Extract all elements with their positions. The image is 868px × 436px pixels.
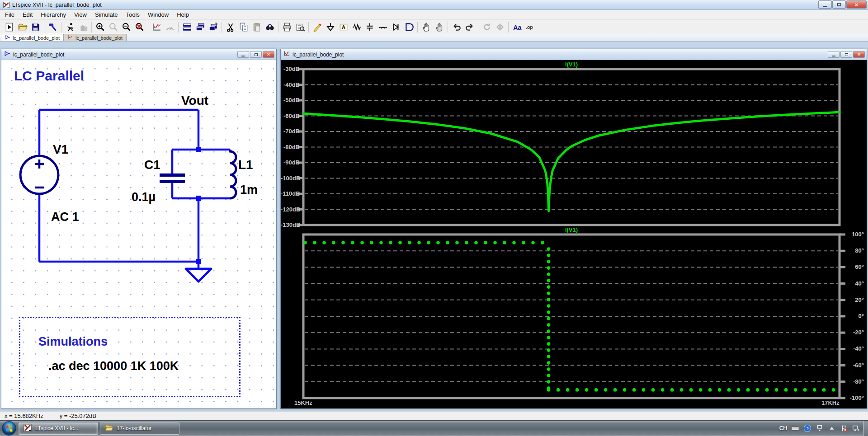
- find-button[interactable]: [263, 21, 276, 33]
- source-value-label: AC 1: [51, 210, 79, 224]
- tray-network-icon[interactable]: [852, 424, 860, 432]
- phase-trace-label[interactable]: I(V1): [526, 226, 617, 233]
- phase-tick--20°: -20°: [844, 329, 864, 336]
- menu-help[interactable]: Help: [173, 10, 193, 19]
- tray-language-indicator[interactable]: CH: [779, 425, 787, 431]
- drag-button[interactable]: [433, 21, 446, 33]
- menu-simulate[interactable]: Simulate: [91, 10, 122, 19]
- svg-text:.op: .op: [526, 25, 533, 30]
- copy-button[interactable]: [237, 21, 250, 33]
- taskbar-button-label: 17-lc-oscillator: [117, 425, 151, 431]
- net-label-button[interactable]: A: [337, 21, 350, 33]
- waveform-icon: [68, 34, 74, 41]
- zoom-full-button[interactable]: [133, 21, 146, 33]
- draw-wire-button[interactable]: [311, 21, 324, 33]
- toolbar-separator: [178, 22, 179, 33]
- mirror-button[interactable]: [493, 21, 506, 33]
- net-label-vout: Vout: [181, 94, 208, 108]
- taskbar-buttons: LTspice XVII - lc...17-lc-oscillator: [19, 422, 181, 435]
- tile-windows-button[interactable]: [180, 21, 193, 33]
- mag-tick--110dB: -110dB: [281, 191, 300, 197]
- menu-file[interactable]: File: [1, 10, 19, 19]
- pan-button[interactable]: [76, 21, 90, 33]
- waveform-minimize-button[interactable]: [828, 51, 840, 58]
- tray-show-hidden-icon[interactable]: [828, 424, 836, 432]
- control-panel-button[interactable]: [46, 21, 59, 33]
- component-button[interactable]: [402, 21, 415, 33]
- capacitor-button[interactable]: [363, 21, 376, 33]
- open-button[interactable]: [16, 21, 29, 33]
- mag-tick--80dB: -80dB: [281, 144, 300, 150]
- tab-label: lc_parallel_bode_plot: [13, 35, 60, 41]
- taskbar-button-folder[interactable]: 17-lc-oscillator: [100, 422, 179, 435]
- magnitude-trace-label[interactable]: I(V1): [526, 61, 617, 68]
- plot-settings-button[interactable]: [150, 21, 163, 33]
- phase-tick--60°: -60°: [844, 362, 864, 369]
- print-preview-button[interactable]: [293, 21, 307, 33]
- toolbar-separator: [44, 22, 44, 33]
- move-button[interactable]: [420, 21, 433, 33]
- maximize-icon: [837, 3, 841, 6]
- rotate-button[interactable]: [480, 21, 493, 33]
- waveform-icon: [283, 50, 292, 59]
- menu-window[interactable]: Window: [144, 10, 173, 19]
- cascade-windows-button[interactable]: [193, 21, 207, 33]
- cascade-restore-button[interactable]: [207, 21, 220, 33]
- paste-button[interactable]: [250, 21, 263, 33]
- spice-netlist-button[interactable]: [163, 21, 176, 33]
- tab-schematic-lc_parallel_bode_plot[interactable]: lc_parallel_bode_plot: [1, 34, 64, 41]
- menu-tools[interactable]: Tools: [122, 10, 144, 19]
- undo-button[interactable]: [450, 21, 463, 33]
- waveform-restore-button[interactable]: [840, 51, 852, 58]
- sim-directive-label: .ac dec 10000 1K 100K: [48, 359, 179, 373]
- schematic-window-titlebar[interactable]: lc_parallel_bode_plot ×: [1, 49, 276, 60]
- halt-button[interactable]: [63, 21, 76, 33]
- start-button[interactable]: [1, 421, 17, 436]
- zoom-out-button[interactable]: [120, 21, 133, 33]
- tray-help-icon[interactable]: ?: [803, 424, 811, 432]
- svg-text:Aa: Aa: [513, 23, 522, 31]
- mag-tick--60dB: -60dB: [281, 113, 300, 119]
- spice-directive-button[interactable]: .op: [524, 21, 537, 33]
- ltspice-icon: [23, 423, 32, 434]
- text-button[interactable]: Aa: [510, 21, 524, 33]
- zoom-in-button[interactable]: [94, 21, 107, 33]
- tab-waveform-lc_parallel_bode_plot[interactable]: lc_parallel_bode_plot: [64, 34, 127, 41]
- waveform-close-button[interactable]: ×: [853, 51, 865, 58]
- menu-hierarchy[interactable]: Hierarchy: [37, 10, 70, 19]
- tray-keyboard-icon[interactable]: [791, 424, 799, 432]
- redo-button[interactable]: [463, 21, 476, 33]
- print-button[interactable]: [280, 21, 293, 33]
- cut-button[interactable]: [224, 21, 237, 33]
- tray-action-center-icon[interactable]: [840, 424, 848, 432]
- schematic-canvas[interactable]: LC Parallel Vout V1 AC 1 C1 0.1µ L1 1m S…: [1, 60, 276, 408]
- main-titlebar[interactable]: LTspice XVII - lc_parallel_bode_plot ×: [0, 0, 868, 10]
- save-button[interactable]: [29, 21, 42, 33]
- resistor-button[interactable]: [350, 21, 363, 33]
- ltspice-application-window: LTspice XVII - lc_parallel_bode_plot × F…: [0, 0, 868, 436]
- show-desktop-button[interactable]: [863, 421, 868, 436]
- freq-axis-label-right: 17KHz: [821, 399, 840, 406]
- menu-edit[interactable]: Edit: [19, 10, 37, 19]
- schematic-close-button[interactable]: ×: [263, 51, 274, 58]
- zoom-back-button[interactable]: [107, 21, 120, 33]
- close-button[interactable]: ×: [846, 0, 867, 9]
- maximize-button[interactable]: [832, 0, 846, 9]
- inductor-button[interactable]: [376, 21, 389, 33]
- run-button[interactable]: [3, 21, 16, 33]
- taskbar-button-ltspice[interactable]: LTspice XVII - lc...: [19, 422, 98, 435]
- svg-text:A: A: [342, 24, 345, 29]
- restore-icon: [845, 53, 848, 56]
- toolbar-separator: [478, 22, 478, 33]
- ground-button[interactable]: [324, 21, 337, 33]
- schematic-restore-button[interactable]: [250, 51, 262, 58]
- minimize-icon: [832, 56, 835, 56]
- diode-button[interactable]: [389, 21, 402, 33]
- waveform-window-titlebar[interactable]: lc_parallel_bode_plot ×: [281, 49, 867, 60]
- tray-window-switch-icon[interactable]: [816, 424, 824, 432]
- waveform-plot-canvas[interactable]: I(V1) I(V1) -30dB-40dB-50dB-60dB-70dB-80…: [281, 60, 867, 408]
- mag-tick--70dB: -70dB: [281, 128, 300, 135]
- minimize-button[interactable]: [818, 0, 832, 9]
- menu-view[interactable]: View: [70, 10, 91, 19]
- schematic-minimize-button[interactable]: [237, 51, 249, 58]
